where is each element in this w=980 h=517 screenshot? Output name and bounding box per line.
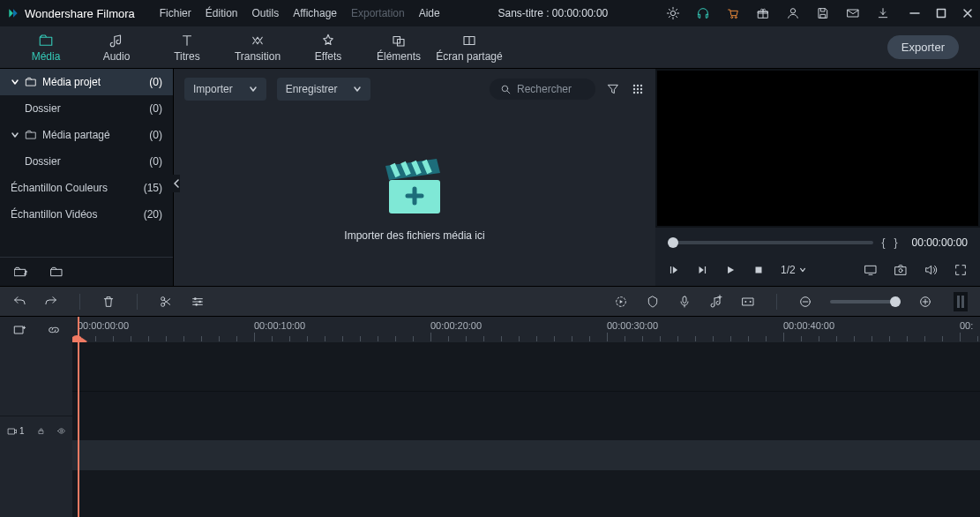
menu-help[interactable]: Aide (419, 7, 440, 19)
preview-viewport[interactable] (657, 71, 978, 226)
audio-mixer-icon[interactable] (709, 295, 723, 309)
tracks-canvas[interactable] (72, 342, 980, 517)
zoom-thumb[interactable] (890, 296, 901, 307)
stop-icon[interactable] (752, 264, 765, 276)
mark-in-icon[interactable]: { (882, 236, 886, 249)
tab-effects-label: Effets (315, 50, 341, 63)
svg-point-38 (72, 335, 83, 342)
render-icon[interactable] (614, 295, 628, 309)
mark-out-icon[interactable]: } (894, 236, 898, 249)
svg-point-16 (640, 88, 642, 90)
add-track-icon[interactable] (12, 323, 26, 337)
preview-timecode: 00:00:00:00 (912, 236, 968, 249)
download-icon[interactable] (876, 6, 890, 20)
record-dropdown[interactable]: Enregistrer (277, 78, 371, 101)
tab-titles[interactable]: Titres (152, 33, 222, 63)
tab-media-label: Média (32, 50, 61, 63)
new-folder-icon[interactable] (14, 265, 28, 279)
meter-icon[interactable] (954, 292, 968, 311)
volume-icon[interactable] (924, 263, 938, 277)
svg-point-33 (744, 301, 746, 303)
ruler-label: 00:00:30:00 (607, 320, 658, 331)
svg-rect-7 (393, 36, 400, 43)
ruler-label: 00:00:20:00 (430, 320, 482, 331)
timeline-ruler[interactable]: 00:00:00:00 00:00:10:00 00:00:20:00 00:0… (72, 317, 980, 342)
tab-transition[interactable]: Transition (222, 33, 293, 63)
export-button[interactable]: Exporter (887, 35, 959, 59)
link-icon[interactable] (47, 323, 61, 337)
track-lane[interactable] (72, 342, 980, 391)
tree-sample-videos[interactable]: Échantillon Vidéos (20) (0, 201, 173, 228)
scrubber-thumb[interactable] (668, 237, 678, 248)
import-dropdown[interactable]: Importer (184, 78, 266, 101)
voiceover-icon[interactable] (677, 295, 692, 309)
marker-icon[interactable] (646, 295, 660, 309)
playhead[interactable] (78, 317, 79, 342)
step-forward-icon[interactable] (696, 264, 708, 276)
zoom-out-icon[interactable] (798, 295, 812, 309)
lock-icon[interactable] (37, 425, 45, 437)
undo-icon[interactable] (12, 295, 26, 309)
tree-count: (20) (144, 208, 162, 221)
delete-icon[interactable] (101, 295, 116, 309)
grid-view-icon[interactable] (631, 82, 645, 96)
svg-rect-39 (9, 429, 15, 434)
tab-audio[interactable]: Audio (81, 33, 152, 63)
headphones-icon[interactable] (696, 6, 710, 20)
play-icon[interactable] (724, 264, 737, 276)
cart-icon[interactable] (726, 6, 740, 20)
tab-elements[interactable]: Éléments (363, 33, 434, 63)
gift-icon[interactable] (756, 6, 770, 20)
zoom-in-icon[interactable] (918, 295, 932, 309)
collapse-sidebar-button[interactable] (173, 175, 180, 192)
display-icon[interactable] (864, 263, 878, 277)
filter-icon[interactable] (606, 82, 620, 96)
mail-icon[interactable] (846, 6, 860, 20)
tree-project-folder[interactable]: Dossier (0) (0, 95, 173, 122)
menu-file[interactable]: Fichier (160, 7, 191, 19)
tree-shared-folder[interactable]: Dossier (0) (0, 148, 173, 175)
maximize-icon[interactable] (936, 8, 946, 19)
preview-quality-dropdown[interactable]: 1/2 (781, 264, 806, 276)
minimize-icon[interactable] (909, 8, 920, 19)
redo-icon[interactable] (44, 295, 58, 309)
playhead-knob-icon[interactable] (72, 333, 87, 342)
adjust-icon[interactable] (191, 295, 205, 309)
track-lane[interactable] (72, 440, 980, 470)
folder-icon[interactable] (49, 265, 64, 279)
tree-sample-colors[interactable]: Échantillon Couleurs (15) (0, 175, 173, 201)
menu-view[interactable]: Affichage (293, 7, 337, 19)
track-lane[interactable] (72, 470, 980, 517)
track-lane[interactable] (72, 391, 980, 440)
tree-project-media[interactable]: Média projet (0) (0, 69, 173, 95)
svg-rect-37 (14, 326, 22, 333)
svg-point-4 (790, 9, 795, 13)
save-icon[interactable] (816, 6, 830, 20)
user-icon[interactable] (786, 6, 800, 20)
split-icon[interactable] (159, 295, 173, 309)
prev-frame-icon[interactable] (668, 264, 680, 276)
search-input[interactable]: Rechercher (490, 79, 595, 100)
menu-edit[interactable]: Édition (206, 7, 238, 19)
search-icon (500, 84, 512, 95)
tab-media[interactable]: Média (11, 33, 81, 63)
tree-shared-media[interactable]: Média partagé (0) (0, 122, 173, 148)
playhead-line[interactable] (78, 342, 79, 517)
close-icon[interactable] (962, 8, 973, 19)
media-browser: Importer Enregistrer Rechercher Importer… (174, 69, 655, 286)
chevron-left-icon (174, 179, 179, 188)
tab-split-screen[interactable]: Écran partagé (434, 33, 505, 63)
eye-icon[interactable] (57, 425, 65, 437)
snapshot-icon[interactable] (894, 263, 908, 277)
zoom-slider[interactable] (830, 300, 901, 303)
tab-effects[interactable]: Effets (293, 33, 363, 63)
svg-rect-31 (683, 296, 686, 303)
fullscreen-icon[interactable] (954, 263, 968, 277)
media-drop-zone[interactable]: Importer des fichiers média ici (174, 109, 655, 286)
tab-audio-label: Audio (103, 50, 131, 63)
svg-point-17 (633, 92, 635, 94)
menu-tools[interactable]: Outils (251, 7, 279, 19)
keyframe-icon[interactable] (741, 295, 755, 309)
light-icon[interactable] (666, 6, 680, 20)
preview-scrubber[interactable] (668, 241, 873, 244)
